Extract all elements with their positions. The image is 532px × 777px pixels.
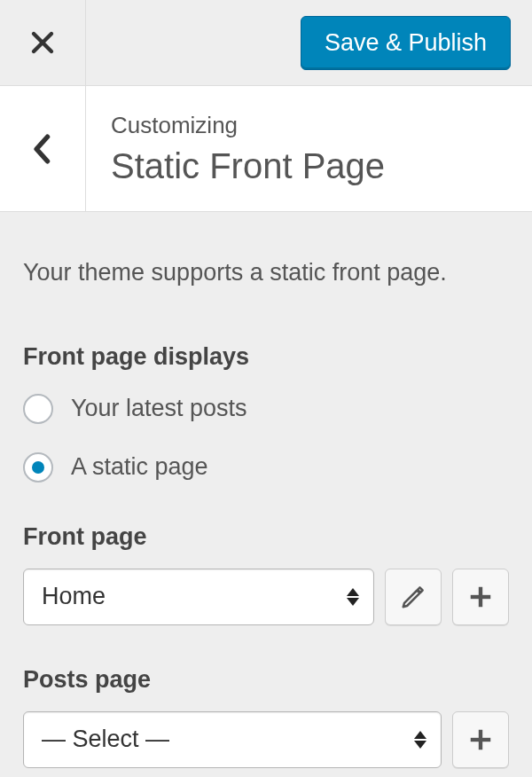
radio-option-static-page[interactable]: A static page — [23, 452, 509, 483]
pencil-icon — [400, 584, 426, 610]
chevron-left-icon — [33, 134, 52, 164]
radio-label: Your latest posts — [71, 395, 247, 422]
plus-icon — [467, 584, 494, 610]
radio-input[interactable] — [23, 394, 53, 424]
posts-page-select[interactable]: — Select — — [23, 711, 442, 768]
front-page-select[interactable]: Home — [23, 569, 374, 625]
radio-label: A static page — [71, 453, 208, 481]
radio-input[interactable] — [23, 452, 53, 483]
section-titles: Customizing Static Front Page — [86, 86, 406, 211]
front-page-displays-label: Front page displays — [23, 343, 509, 371]
add-page-button[interactable] — [452, 711, 509, 768]
select-arrows-icon — [414, 731, 426, 749]
front-page-field: Front page Home — [23, 523, 509, 625]
back-button[interactable] — [0, 86, 86, 211]
save-publish-button[interactable]: Save & Publish — [301, 16, 511, 70]
section-title: Static Front Page — [111, 146, 385, 186]
radio-option-latest-posts[interactable]: Your latest posts — [23, 394, 509, 424]
topbar: Save & Publish — [0, 0, 532, 86]
edit-page-button[interactable] — [385, 569, 442, 625]
front-page-label: Front page — [23, 523, 509, 551]
select-arrows-icon — [347, 588, 359, 606]
posts-page-label: Posts page — [23, 666, 509, 694]
select-value: Home — [42, 583, 106, 610]
close-button[interactable] — [0, 0, 86, 86]
section-subtitle: Customizing — [111, 112, 385, 139]
plus-icon — [467, 726, 494, 753]
select-value: — Select — — [42, 726, 169, 753]
close-icon — [29, 29, 56, 56]
add-page-button[interactable] — [452, 569, 509, 625]
section-header: Customizing Static Front Page — [0, 86, 532, 212]
panel-description: Your theme supports a static front page. — [23, 256, 509, 290]
panel-body: Your theme supports a static front page.… — [0, 212, 532, 768]
posts-page-field: Posts page — Select — — [23, 666, 509, 768]
